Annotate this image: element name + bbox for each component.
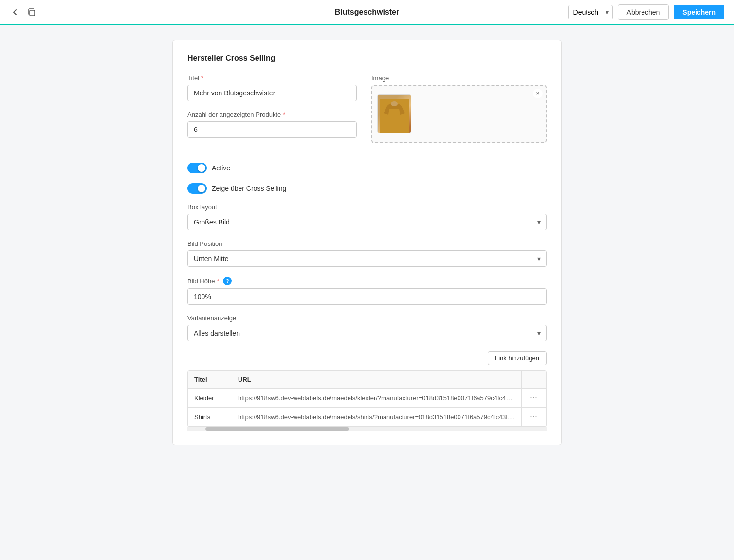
- page-title: Blutsgeschwister: [335, 8, 399, 17]
- right-column: Image: [371, 75, 547, 153]
- left-column: Titel * Anzahl der angezeigten Produkte …: [187, 75, 357, 153]
- bild-position-select-wrapper: Unten Mitte Oben Mitte Mitte: [187, 250, 547, 267]
- row-actions-button[interactable]: ···: [530, 393, 537, 402]
- col-header-titel: Titel: [188, 371, 232, 389]
- box-layout-group: Box layout Großes Bild Kleines Bild Stan…: [187, 204, 547, 230]
- top-bar: Blutsgeschwister Deutsch English Abbrech…: [0, 0, 734, 25]
- title-label: Titel *: [187, 75, 357, 82]
- product-count-group: Anzahl der angezeigten Produkte *: [187, 111, 357, 138]
- title-group: Titel *: [187, 75, 357, 101]
- table-row: Shirts https://918sw6.dev-weblabels.de/m…: [188, 408, 546, 427]
- cell-actions[interactable]: ···: [522, 408, 546, 427]
- bild-position-label: Bild Position: [187, 240, 547, 247]
- varianten-select[interactable]: Alles darstellen Nur Standard Keine: [187, 325, 547, 341]
- add-link-button[interactable]: Link hinzufügen: [488, 351, 547, 365]
- table-scroll-thumb: [205, 427, 349, 431]
- bild-hoehe-label: Bild Höhe * ?: [187, 277, 547, 285]
- image-drop-area[interactable]: ×: [371, 85, 547, 143]
- col-header-url: URL: [232, 371, 522, 389]
- cross-selling-label: Zeige über Cross Selling: [212, 185, 286, 192]
- link-section-header: Link hinzufügen: [187, 351, 547, 365]
- back-icon[interactable]: [10, 7, 20, 18]
- svg-rect-0: [30, 10, 35, 16]
- active-toggle[interactable]: [187, 163, 207, 173]
- box-layout-label: Box layout: [187, 204, 547, 211]
- col-header-actions: [522, 371, 546, 389]
- title-input[interactable]: [187, 85, 357, 101]
- required-star-3: *: [217, 278, 219, 285]
- row-actions-button[interactable]: ···: [530, 412, 537, 421]
- table-row: Kleider https://918sw6.dev-weblabels.de/…: [188, 389, 546, 408]
- link-section: Link hinzufügen Titel URL Kleider http: [187, 351, 547, 431]
- cell-titel: Kleider: [188, 389, 232, 408]
- active-label: Active: [212, 164, 230, 172]
- main-content: Hersteller Cross Selling Titel * Anzahl …: [0, 25, 734, 460]
- links-table: Titel URL Kleider https://918sw6.dev-web…: [188, 371, 546, 427]
- cell-titel: Shirts: [188, 408, 232, 427]
- card-title: Hersteller Cross Selling: [187, 54, 547, 63]
- product-count-label: Anzahl der angezeigten Produkte *: [187, 111, 357, 118]
- cell-url: https://918sw6.dev-weblabels.de/maedels/…: [232, 408, 522, 427]
- cross-selling-toggle[interactable]: [187, 183, 207, 194]
- image-preview: [378, 95, 411, 133]
- bild-position-group: Bild Position Unten Mitte Oben Mitte Mit…: [187, 240, 547, 267]
- table-header-row: Titel URL: [188, 371, 546, 389]
- required-star: *: [201, 75, 203, 82]
- varianten-group: Variantenanzeige Alles darstellen Nur St…: [187, 315, 547, 341]
- form-card: Hersteller Cross Selling Titel * Anzahl …: [172, 40, 562, 445]
- top-bar-actions: Deutsch English Abbrechen Speichern: [568, 4, 724, 20]
- cell-url: https://918sw6.dev-weblabels.de/maedels/…: [232, 389, 522, 408]
- table-scroll-track[interactable]: [187, 427, 547, 431]
- required-star-2: *: [283, 111, 285, 118]
- box-layout-select[interactable]: Großes Bild Kleines Bild Standard: [187, 214, 547, 230]
- language-select[interactable]: Deutsch English: [568, 5, 613, 19]
- image-group: Image: [371, 75, 547, 143]
- bild-hoehe-input[interactable]: [187, 288, 547, 305]
- svg-point-2: [391, 101, 398, 106]
- cross-selling-toggle-row: Zeige über Cross Selling: [187, 183, 547, 194]
- image-thumbnail: [377, 94, 411, 133]
- box-layout-select-wrapper: Großes Bild Kleines Bild Standard: [187, 214, 547, 230]
- image-label: Image: [371, 75, 547, 82]
- varianten-label: Variantenanzeige: [187, 315, 547, 322]
- links-table-wrapper: Titel URL Kleider https://918sw6.dev-web…: [187, 370, 547, 427]
- top-form-row: Titel * Anzahl der angezeigten Produkte …: [187, 75, 547, 153]
- bild-position-select[interactable]: Unten Mitte Oben Mitte Mitte: [187, 250, 547, 267]
- cancel-button[interactable]: Abbrechen: [618, 4, 669, 20]
- nav-left: [10, 7, 37, 18]
- varianten-select-wrapper: Alles darstellen Nur Standard Keine: [187, 325, 547, 341]
- language-selector[interactable]: Deutsch English: [568, 5, 613, 19]
- active-toggle-row: Active: [187, 163, 547, 173]
- bild-hoehe-group: Bild Höhe * ?: [187, 277, 547, 305]
- help-icon[interactable]: ?: [223, 277, 232, 285]
- cell-actions[interactable]: ···: [522, 389, 546, 408]
- product-count-input[interactable]: [187, 121, 357, 138]
- image-remove-button[interactable]: ×: [533, 89, 543, 98]
- copy-icon[interactable]: [26, 7, 37, 18]
- save-button[interactable]: Speichern: [674, 5, 724, 19]
